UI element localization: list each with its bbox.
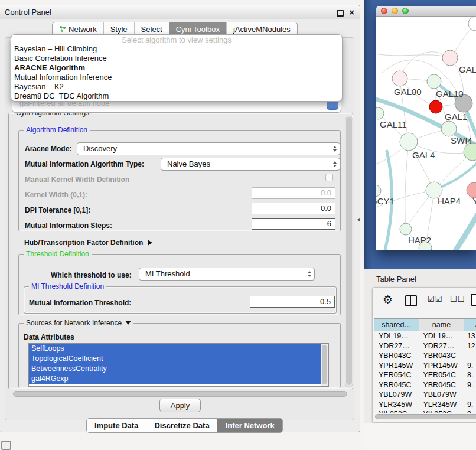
table-row[interactable]: YDR27…YDR27…12: [374, 341, 476, 351]
attribute-item-topologicalcoefficient[interactable]: TopologicalCoefficient: [29, 354, 323, 364]
network-canvas[interactable]: GALGAL80GAL10GAL1GAL11SWI4GAL4GCY1HAP4YH…: [376, 17, 476, 250]
table-row[interactable]: YER054CYER054C8.: [374, 370, 476, 380]
data-attributes-list[interactable]: SelfLoopsTopologicalCoefficientBetweenne…: [28, 343, 329, 387]
screen: Control Panel × NetworkStyleSelectCyni T…: [0, 0, 476, 450]
network-window: GALGAL80GAL10GAL1GAL11SWI4GAL4GCY1HAP4YH…: [376, 6, 476, 250]
table-cell: YPR145W: [374, 361, 418, 371]
table-card: ⚙ ☑☑ ☐☐ shared…nameA YDL19…YDL19…13YDR27…: [372, 287, 476, 423]
network-node[interactable]: [468, 17, 476, 31]
scrollbar-thumb[interactable]: [13, 391, 347, 397]
which-threshold-value: MI Threshold: [145, 269, 190, 278]
table-cell: YIL052C: [418, 409, 462, 413]
mi-type-select[interactable]: Naive Bayes: [161, 158, 340, 171]
node-label-gal4: GAL4: [412, 150, 435, 160]
new-column-icon[interactable]: [471, 294, 476, 306]
algorithm-definition-group: Algorithm Definition Aracne Mode: Discov…: [18, 130, 341, 231]
table-cell: 9.: [462, 400, 476, 410]
sources-legend[interactable]: Sources for Network Inference: [24, 319, 133, 327]
threshold-definition-legend: Threshold Definition: [24, 250, 92, 258]
tab-cyni-toolbox[interactable]: Cyni Toolbox: [169, 22, 226, 35]
hub-definition-toggle[interactable]: Hub/Transcription Factor Definition: [24, 239, 152, 247]
attribute-item-betweennesscentrality[interactable]: BetweennessCentrality: [29, 364, 323, 374]
node-label-y: Y: [472, 196, 476, 206]
aracne-mode-select[interactable]: Discovery: [77, 142, 340, 155]
close-light-icon[interactable]: [381, 8, 387, 14]
gear-icon[interactable]: ⚙: [383, 293, 393, 306]
scrollbar-thumb[interactable]: [375, 414, 476, 419]
dropdown-item-bayesian-hill-climbing[interactable]: Bayesian – Hill Climbing: [11, 44, 342, 54]
table-row[interactable]: YIL052CYIL052C9: [374, 409, 476, 413]
settings-horizontal-scrollbar[interactable]: [13, 391, 347, 397]
dropdown-item-bayesian-k2[interactable]: Bayesian – K2: [11, 82, 342, 92]
cyni-settings-group: Cyni Algorithm Settings Algorithm Defini…: [8, 113, 353, 389]
table-row[interactable]: YPR145WYPR145W9.: [374, 361, 476, 371]
list-vertical-scrollbar[interactable]: [321, 344, 328, 386]
table-cell: YBR043C: [374, 351, 418, 361]
algorithm-dropdown[interactable]: Select algorithm to view settings Bayesi…: [11, 34, 343, 102]
float-window-icon[interactable]: [337, 10, 344, 17]
dpi-tolerance-label: DPI Tolerance [0,1]:: [25, 206, 90, 214]
dpi-tolerance-field[interactable]: 0.0: [252, 203, 335, 214]
table-cell: YBR045C: [374, 380, 418, 390]
mi-threshold-field[interactable]: 0.5: [250, 296, 335, 308]
manual-kernel-checkbox[interactable]: [325, 174, 333, 181]
table-cell: YER054C: [418, 370, 462, 380]
apply-button[interactable]: Apply: [159, 399, 201, 412]
tab-style[interactable]: Style: [103, 22, 134, 35]
table-cell: 9: [462, 409, 476, 413]
tab-select[interactable]: Select: [134, 22, 169, 35]
scrollbar-thumb[interactable]: [346, 117, 352, 385]
column-header-a[interactable]: A: [464, 318, 476, 331]
network-window-titlebar: [376, 6, 476, 17]
network-node[interactable]: [376, 185, 381, 197]
mi-steps-field[interactable]: 6: [252, 218, 335, 230]
column-header-name[interactable]: name: [419, 318, 464, 331]
which-threshold-select[interactable]: MI Threshold: [139, 268, 315, 281]
table-panel-title: Table Panel: [376, 275, 416, 283]
attribute-item-gal4rgexp[interactable]: gal4RGexp: [29, 374, 323, 384]
minimized-panel-icon[interactable]: [1, 441, 11, 450]
network-edge: [376, 53, 450, 58]
zoom-light-icon[interactable]: [402, 8, 409, 14]
tab-network[interactable]: Network: [53, 22, 103, 35]
minimize-light-icon[interactable]: [392, 8, 398, 14]
table-cell: YBL079W: [418, 390, 462, 400]
table-cell: 9.: [462, 380, 476, 390]
network-node[interactable]: [442, 50, 458, 66]
dropdown-items: Bayesian – Hill ClimbingBasic Correlatio…: [11, 44, 342, 101]
checked-boxes-icon[interactable]: ☑☑: [428, 295, 442, 304]
dropdown-item-mutual-information-inference[interactable]: Mutual Information Inference: [11, 73, 342, 82]
close-icon[interactable]: ×: [349, 7, 354, 17]
dropdown-item-aracne-algorithm[interactable]: ARACNE Algorithm: [11, 63, 342, 73]
column-header-shared[interactable]: shared…: [374, 318, 419, 331]
columns-icon[interactable]: [405, 295, 417, 306]
table-row[interactable]: YLR345WYLR345W9.: [374, 400, 476, 410]
expand-right-icon: [148, 240, 152, 246]
bottom-tab-impute-data[interactable]: Impute Data: [87, 419, 146, 432]
table-row[interactable]: YBR043CYBR043C: [374, 351, 476, 361]
table-row[interactable]: YDL19…YDL19…13: [374, 331, 476, 341]
table-row[interactable]: YBL079WYBL079W: [374, 390, 476, 400]
threshold-definition-group: Threshold Definition Which threshold to …: [18, 254, 341, 315]
algorithm-definition-legend: Algorithm Definition: [24, 126, 90, 134]
unchecked-boxes-icon[interactable]: ☐☐: [450, 295, 465, 304]
bottom-tab-discretize-data[interactable]: Discretize Data: [146, 419, 217, 432]
table-horizontal-scrollbar[interactable]: [375, 414, 476, 419]
network-node[interactable]: [392, 71, 407, 86]
sources-legend-label: Sources for Network Inference: [26, 319, 122, 327]
bottom-tab-infer-network[interactable]: Infer Network: [217, 419, 282, 432]
split-divider-handle[interactable]: [357, 217, 360, 222]
kernel-width-field[interactable]: 0.0: [252, 187, 335, 199]
network-node[interactable]: [400, 223, 412, 235]
settings-vertical-scrollbar[interactable]: [345, 116, 353, 387]
dropdown-item-basic-correlation-inference[interactable]: Basic Correlation Inference: [11, 54, 342, 63]
network-node[interactable]: [429, 100, 442, 113]
scrollbar-thumb[interactable]: [322, 345, 327, 384]
network-node[interactable]: [400, 133, 418, 151]
network-node[interactable]: [427, 74, 441, 89]
attribute-item-selfloops[interactable]: SelfLoops: [29, 344, 323, 354]
tab-jactivemnodules[interactable]: jActiveMNodules: [226, 22, 297, 35]
table-row[interactable]: YBR045CYBR045C9.: [374, 380, 476, 390]
dropdown-item-dream8-dc-tdc-algorithm[interactable]: Dream8 DC_TDC Algorithm: [11, 92, 342, 101]
network-node[interactable]: [441, 121, 457, 136]
